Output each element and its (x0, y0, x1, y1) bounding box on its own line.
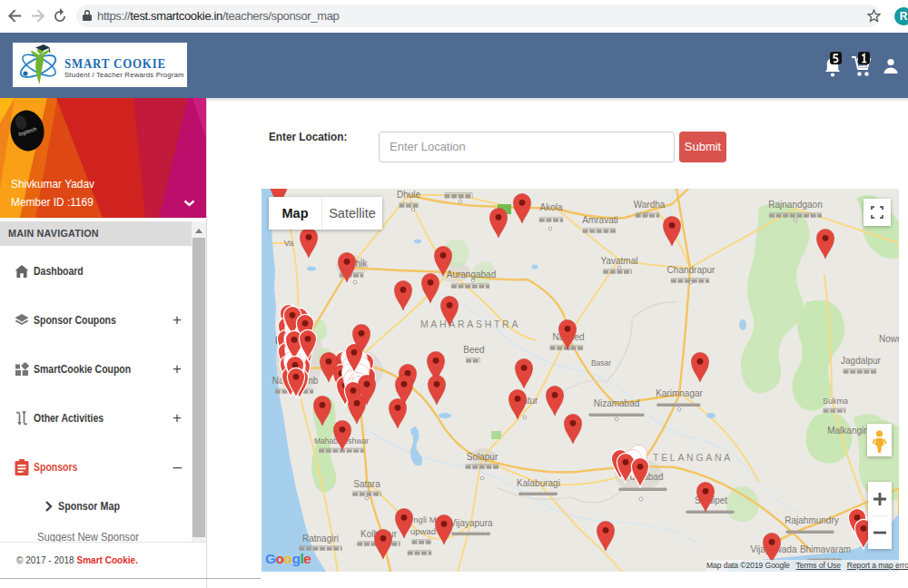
svg-text:Nizamabad: Nizamabad (594, 398, 640, 408)
svg-text:Kalaburagi: Kalaburagi (517, 478, 560, 488)
svg-text:Basar: Basar (591, 358, 611, 368)
svg-text:Chandrapur: Chandrapur (667, 265, 716, 275)
svg-text:Satara: Satara (353, 479, 380, 489)
svg-text:Dhule: Dhule (397, 190, 421, 200)
svg-text:Rajahmundry: Rajahmundry (785, 515, 838, 525)
svg-text:upwad: upwad (410, 526, 436, 536)
svg-text:Rajnandgaon: Rajnandgaon (768, 200, 823, 210)
svg-text:Nowrang: Nowrang (879, 334, 899, 344)
svg-text:ngli M: ngli M (413, 514, 436, 524)
svg-text:Malkangiri: Malkangiri (827, 426, 869, 436)
svg-text:Karimnagar: Karimnagar (656, 388, 703, 398)
svg-text:Vijayapura: Vijayapura (449, 518, 493, 528)
svg-text:Amravati: Amravati (582, 215, 617, 225)
svg-text:Aurangabad: Aurangabad (447, 270, 497, 279)
svg-text:Jagdalpur: Jagdalpur (841, 356, 882, 366)
svg-text:Wardha: Wardha (634, 200, 666, 210)
svg-text:MAHARASHTRA: MAHARASHTRA (420, 318, 520, 329)
svg-text:Yavatmal: Yavatmal (601, 256, 638, 266)
svg-text:Bhimavaram: Bhimavaram (800, 544, 851, 554)
svg-text:Akola: Akola (539, 202, 562, 212)
svg-text:TELANGANA: TELANGANA (653, 452, 733, 463)
svg-text:Sukma: Sukma (823, 397, 848, 406)
svg-text:Va: Va (284, 239, 293, 248)
svg-text:Solapur: Solapur (467, 452, 498, 462)
svg-text:Beed: Beed (463, 345, 484, 355)
svg-text:Ratnagiri: Ratnagiri (302, 534, 339, 544)
